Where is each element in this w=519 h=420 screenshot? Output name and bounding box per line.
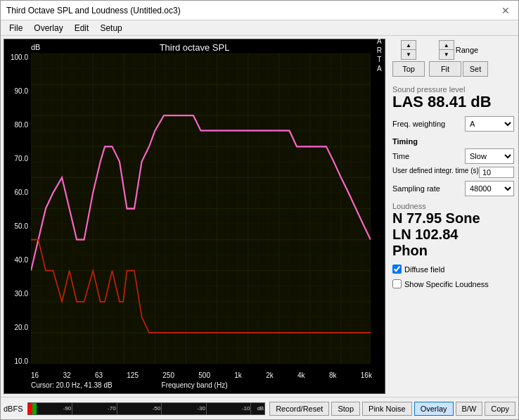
right-panel: ▲ ▼ Top ▲ ▼ Range Fit [388, 36, 518, 397]
y-label-40: 40.0 [7, 256, 28, 264]
arta-label: ARTA [377, 37, 382, 73]
range-nav-group: ▲ ▼ Range Fit Set [429, 40, 488, 77]
x-axis: 16 32 63 125 250 500 1k 2k 4k 8k 16k [31, 371, 372, 379]
range-arrows: ▲ ▼ [439, 40, 454, 60]
sampling-row: Sampling rate 44100 48000 96000 [392, 181, 514, 196]
menu-bar: File Overlay Edit Setup [1, 20, 518, 36]
freq-weighting-row: Freq. weighting A B C Z [392, 116, 514, 132]
copy-button[interactable]: Copy [485, 402, 515, 416]
main-content: dB Third octave SPL ARTA 100.0 90.0 80.0… [1, 36, 518, 397]
chart-svg [31, 53, 371, 364]
meter-scale-overlay: -90 -70 -50 -30 -10 dB [28, 403, 265, 414]
meter-tick-70: -70 [72, 403, 117, 414]
chart-area: dB Third octave SPL ARTA 100.0 90.0 80.0… [4, 39, 385, 394]
x-label-125: 125 [127, 371, 139, 379]
menu-file[interactable]: File [4, 22, 28, 34]
cursor-label: Cursor: 20.0 Hz, 41.38 dB [31, 381, 113, 389]
y-label-20: 20.0 [7, 324, 28, 331]
diffuse-field-label: Diffuse field [404, 265, 444, 274]
set-button[interactable]: Set [463, 61, 488, 77]
meter-tick-db: dB [251, 403, 264, 414]
top-button[interactable]: Top [392, 61, 425, 77]
title-bar: Third Octave SPL and Loudness (Untitled.… [1, 1, 518, 20]
x-label-4k: 4k [297, 371, 305, 379]
x-label-250: 250 [162, 371, 174, 379]
loudness-label: Loudness [392, 202, 514, 210]
menu-edit[interactable]: Edit [69, 22, 95, 34]
bottom-buttons: Record/Reset Stop Pink Noise Overlay B/W… [269, 402, 515, 416]
overlay-button[interactable]: Overlay [414, 402, 454, 416]
record-reset-button[interactable]: Record/Reset [269, 402, 329, 416]
top-nav-group: ▲ ▼ Top [392, 40, 425, 77]
chart-title: Third octave SPL [4, 42, 385, 53]
x-label-2k: 2k [266, 371, 274, 379]
spl-section: Sound pressure level LAS 88.41 dB [392, 82, 514, 110]
level-meter: -90 -70 -50 -30 -10 dB [27, 402, 266, 415]
fit-set-row: Fit Set [429, 61, 488, 77]
diffuse-field-row: Diffuse field [392, 265, 514, 274]
loudness-ln-value: LN 102.84 [392, 227, 514, 243]
top-down-arrow[interactable]: ▼ [401, 50, 416, 60]
time-select[interactable]: Slow Fast Impulse [465, 148, 514, 164]
sampling-label: Sampling rate [392, 184, 440, 193]
main-window: Third Octave SPL and Loudness (Untitled.… [0, 0, 519, 420]
bw-button[interactable]: B/W [456, 402, 483, 416]
y-label-70: 70.0 [7, 155, 28, 163]
y-label-90: 90.0 [7, 87, 28, 95]
y-label-80: 80.0 [7, 121, 28, 129]
x-label-8k: 8k [329, 371, 337, 379]
y-axis: 100.0 90.0 80.0 70.0 60.0 50.0 40.0 30.0… [7, 53, 28, 365]
y-label-50: 50.0 [7, 222, 28, 230]
freq-weighting-label: Freq. weighting [392, 120, 445, 128]
y-label-60: 60.0 [7, 189, 28, 196]
spl-value: LAS 88.41 dB [392, 94, 514, 110]
integr-row: User defined integr. time (s) [392, 167, 514, 178]
range-down-arrow[interactable]: ▼ [439, 50, 454, 60]
loudness-section: Loudness N 77.95 Sone LN 102.84 Phon [392, 202, 514, 259]
show-specific-row: Show Specific Loudness [392, 279, 514, 288]
integr-label: User defined integr. time (s) [392, 167, 479, 174]
x-label-500: 500 [198, 371, 210, 379]
bottom-bar: dBFS -90 -70 -50 -30 -10 dB Record/Reset… [1, 397, 518, 419]
timing-section: Timing Time Slow Fast Impulse User defin… [392, 137, 514, 196]
time-row: Time Slow Fast Impulse [392, 148, 514, 164]
y-label-30: 30.0 [7, 290, 28, 298]
close-button[interactable]: ✕ [499, 4, 513, 18]
range-label: Range [456, 46, 478, 54]
range-group-top: ▲ ▼ Range [439, 40, 478, 60]
y-label-10: 10.0 [7, 357, 28, 365]
x-label-32: 32 [63, 371, 70, 379]
dbfs-label: dBFS [4, 405, 23, 413]
show-specific-checkbox[interactable] [392, 279, 402, 288]
meter-tick-30: -30 [162, 403, 207, 414]
x-label-16: 16 [31, 371, 39, 379]
y-label-100: 100.0 [7, 53, 28, 61]
integr-input[interactable] [479, 167, 514, 178]
sampling-select[interactable]: 44100 48000 96000 [465, 181, 514, 196]
freq-axis-label: Frequency band (Hz) [162, 381, 228, 389]
meter-tick-90: -90 [28, 403, 73, 414]
x-label-63: 63 [95, 371, 103, 379]
window-title: Third Octave SPL and Loudness (Untitled.… [6, 6, 181, 15]
loudness-n-value: N 77.95 Sone [392, 210, 514, 227]
freq-weighting-select[interactable]: A B C Z [465, 116, 514, 132]
top-up-arrow[interactable]: ▲ [401, 40, 416, 50]
fit-button[interactable]: Fit [429, 61, 461, 77]
nav-section: ▲ ▼ Top ▲ ▼ Range Fit [392, 40, 514, 77]
timing-label: Timing [392, 137, 514, 146]
meter-tick-50: -50 [117, 403, 162, 414]
pink-noise-button[interactable]: Pink Noise [362, 402, 412, 416]
x-label-1k: 1k [234, 371, 242, 379]
time-label: Time [392, 152, 409, 160]
diffuse-field-checkbox[interactable] [392, 265, 402, 274]
menu-setup[interactable]: Setup [94, 22, 127, 34]
stop-button[interactable]: Stop [331, 402, 360, 416]
top-arrows: ▲ ▼ [401, 40, 416, 60]
show-specific-label: Show Specific Loudness [404, 280, 489, 288]
menu-overlay[interactable]: Overlay [28, 22, 68, 34]
meter-tick-10: -10 [207, 403, 252, 414]
range-up-arrow[interactable]: ▲ [439, 40, 454, 50]
x-label-16k: 16k [361, 371, 372, 379]
loudness-phon-value: Phon [392, 243, 514, 259]
